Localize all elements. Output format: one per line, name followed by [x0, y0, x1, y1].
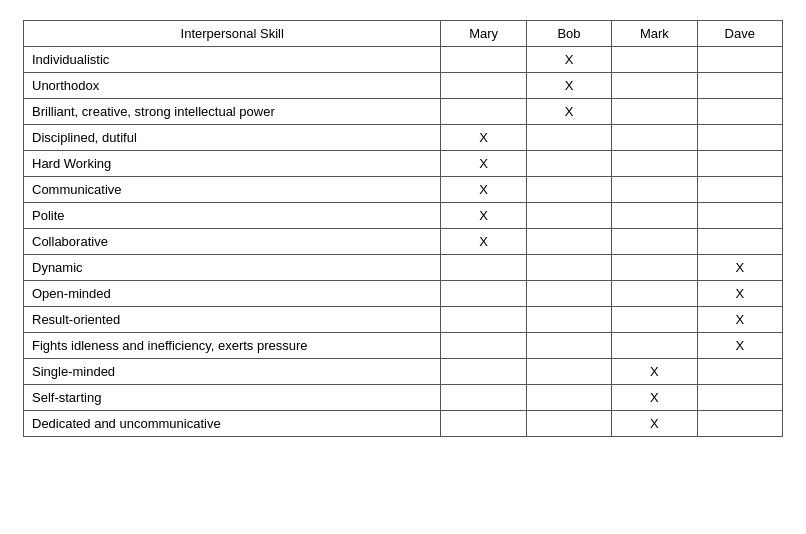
table-row: IndividualisticX [24, 47, 783, 73]
table-row: Result-orientedX [24, 307, 783, 333]
bob-cell [526, 411, 611, 437]
bob-cell [526, 203, 611, 229]
col-header-mark: Mark [612, 21, 697, 47]
skill-cell: Dedicated and uncommunicative [24, 411, 441, 437]
mark-cell [612, 73, 697, 99]
bob-cell: X [526, 47, 611, 73]
mary-cell [441, 99, 526, 125]
bob-cell [526, 333, 611, 359]
skill-cell: Dynamic [24, 255, 441, 281]
bob-cell: X [526, 73, 611, 99]
col-header-skill: Interpersonal Skill [24, 21, 441, 47]
table-row: UnorthodoxX [24, 73, 783, 99]
mary-cell: X [441, 177, 526, 203]
mark-cell [612, 177, 697, 203]
mary-cell [441, 307, 526, 333]
dave-cell [697, 99, 782, 125]
table-row: Hard WorkingX [24, 151, 783, 177]
col-header-bob: Bob [526, 21, 611, 47]
skill-cell: Result-oriented [24, 307, 441, 333]
table-row: DynamicX [24, 255, 783, 281]
bob-cell [526, 281, 611, 307]
table-row: Open-mindedX [24, 281, 783, 307]
dave-cell [697, 73, 782, 99]
bob-cell [526, 151, 611, 177]
dave-cell [697, 229, 782, 255]
mark-cell [612, 47, 697, 73]
dave-cell [697, 177, 782, 203]
dave-cell: X [697, 333, 782, 359]
mark-cell [612, 203, 697, 229]
skill-cell: Self-starting [24, 385, 441, 411]
dave-cell: X [697, 307, 782, 333]
skill-cell: Collaborative [24, 229, 441, 255]
table-row: Single-mindedX [24, 359, 783, 385]
table-row: CommunicativeX [24, 177, 783, 203]
mary-cell: X [441, 125, 526, 151]
mary-cell: X [441, 229, 526, 255]
mary-cell: X [441, 151, 526, 177]
mary-cell [441, 47, 526, 73]
skill-cell: Communicative [24, 177, 441, 203]
mary-cell [441, 73, 526, 99]
skill-cell: Fights idleness and inefficiency, exerts… [24, 333, 441, 359]
skill-cell: Unorthodox [24, 73, 441, 99]
mark-cell: X [612, 359, 697, 385]
skill-cell: Individualistic [24, 47, 441, 73]
bob-cell [526, 385, 611, 411]
dave-cell [697, 359, 782, 385]
mark-cell [612, 281, 697, 307]
mary-cell [441, 333, 526, 359]
table-row: Disciplined, dutifulX [24, 125, 783, 151]
mark-cell: X [612, 385, 697, 411]
table-row: Fights idleness and inefficiency, exerts… [24, 333, 783, 359]
mary-cell [441, 281, 526, 307]
skill-cell: Open-minded [24, 281, 441, 307]
mary-cell [441, 411, 526, 437]
dave-cell [697, 151, 782, 177]
bob-cell: X [526, 99, 611, 125]
bob-cell [526, 229, 611, 255]
bob-cell [526, 177, 611, 203]
bob-cell [526, 125, 611, 151]
table-row: PoliteX [24, 203, 783, 229]
dave-cell [697, 385, 782, 411]
mary-cell: X [441, 203, 526, 229]
mark-cell [612, 229, 697, 255]
bob-cell [526, 359, 611, 385]
col-header-mary: Mary [441, 21, 526, 47]
mary-cell [441, 255, 526, 281]
col-header-dave: Dave [697, 21, 782, 47]
dave-cell: X [697, 255, 782, 281]
table-header-row: Interpersonal Skill Mary Bob Mark Dave [24, 21, 783, 47]
bob-cell [526, 255, 611, 281]
table-row: CollaborativeX [24, 229, 783, 255]
mary-cell [441, 385, 526, 411]
skill-cell: Single-minded [24, 359, 441, 385]
dave-cell [697, 47, 782, 73]
mark-cell [612, 99, 697, 125]
mark-cell [612, 307, 697, 333]
bob-cell [526, 307, 611, 333]
dave-cell [697, 125, 782, 151]
mark-cell: X [612, 411, 697, 437]
dave-cell [697, 203, 782, 229]
dave-cell [697, 411, 782, 437]
dave-cell: X [697, 281, 782, 307]
mark-cell [612, 255, 697, 281]
interpersonal-skills-table: Interpersonal Skill Mary Bob Mark Dave I… [23, 20, 783, 437]
skill-cell: Brilliant, creative, strong intellectual… [24, 99, 441, 125]
table-row: Brilliant, creative, strong intellectual… [24, 99, 783, 125]
mark-cell [612, 151, 697, 177]
skill-cell: Disciplined, dutiful [24, 125, 441, 151]
skill-cell: Hard Working [24, 151, 441, 177]
skill-cell: Polite [24, 203, 441, 229]
table-row: Self-startingX [24, 385, 783, 411]
main-container: Interpersonal Skill Mary Bob Mark Dave I… [23, 20, 783, 437]
table-row: Dedicated and uncommunicativeX [24, 411, 783, 437]
mark-cell [612, 125, 697, 151]
mark-cell [612, 333, 697, 359]
mary-cell [441, 359, 526, 385]
